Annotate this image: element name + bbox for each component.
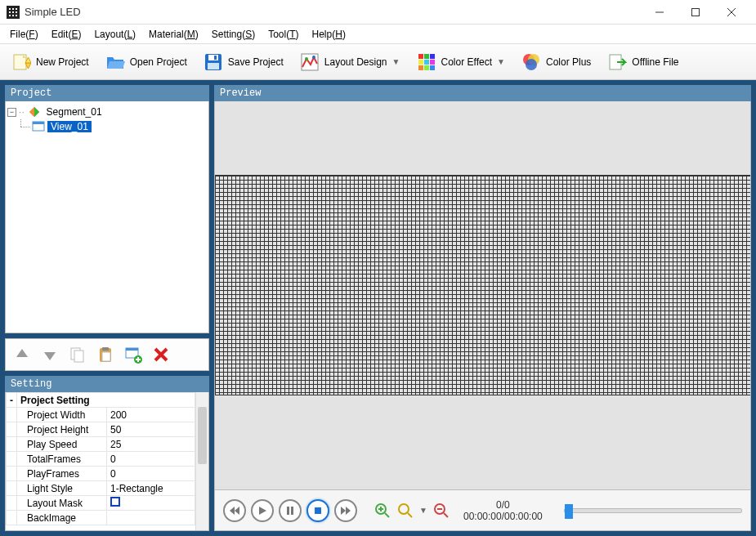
tree-label-view: View_01	[47, 121, 92, 132]
title-bar: Simple LED	[0, 0, 756, 25]
layout-design-button[interactable]: Layout Design ▼	[293, 49, 407, 75]
dropdown-arrow-icon[interactable]: ▼	[497, 57, 505, 66]
project-panel: Project − ·· Segment_01 View_01	[5, 85, 209, 333]
menu-edit[interactable]: Edit(E)	[45, 29, 88, 40]
save-project-button[interactable]: Save Project	[197, 49, 290, 75]
color-effect-label: Color Effect	[441, 56, 492, 68]
property-grid: -Project Setting Project Width200 Projec…	[5, 392, 209, 531]
prop-key: PlayFrames	[17, 467, 107, 481]
prop-value[interactable]: 0	[107, 452, 195, 467]
svg-marker-54	[235, 507, 239, 515]
stop-button[interactable]	[306, 499, 329, 522]
timeline-slider[interactable]	[564, 508, 742, 513]
zoom-in-button[interactable]	[374, 502, 391, 520]
new-project-label: New Project	[36, 56, 89, 68]
prop-key: TotalFrames	[17, 452, 107, 467]
add-view-button[interactable]	[122, 343, 145, 366]
delete-button[interactable]	[150, 343, 172, 366]
svg-rect-8	[12, 15, 14, 16]
prop-key: Light Style	[17, 481, 107, 496]
zoom-dropdown[interactable]: ▼	[419, 506, 427, 515]
frame-info: 0/0 00:00:00/00:00:00	[463, 499, 543, 522]
app-icon	[7, 6, 20, 19]
project-toolbar	[5, 338, 209, 371]
menu-material[interactable]: Material(M)	[142, 29, 205, 40]
forward-button[interactable]	[334, 499, 357, 522]
new-project-button[interactable]: New Project	[5, 49, 96, 75]
prop-value[interactable]: 25	[107, 437, 195, 452]
prop-value[interactable]: 50	[107, 422, 195, 437]
menu-layout[interactable]: Layout(L)	[87, 29, 142, 40]
view-icon	[32, 120, 45, 133]
svg-rect-32	[424, 65, 429, 70]
svg-rect-48	[102, 347, 109, 351]
menu-help[interactable]: Help(H)	[306, 29, 352, 40]
svg-point-65	[399, 504, 409, 514]
tree-item-view[interactable]: View_01	[7, 119, 207, 134]
window-title: Simple LED	[25, 6, 642, 18]
svg-rect-28	[418, 60, 423, 65]
setting-panel-header: Setting	[5, 376, 209, 392]
tree-connector: ··	[19, 108, 25, 117]
svg-rect-11	[692, 8, 700, 16]
svg-point-36	[526, 59, 537, 70]
menu-file[interactable]: File(F)	[3, 29, 45, 40]
play-button[interactable]	[251, 499, 274, 522]
svg-rect-7	[9, 15, 11, 16]
move-up-button[interactable]	[11, 343, 34, 366]
prop-key: Project Height	[17, 422, 107, 437]
svg-point-24	[312, 56, 315, 59]
tree-item-segment[interactable]: − ·· Segment_01	[7, 105, 207, 119]
preview-panel: Preview	[214, 85, 751, 490]
property-scrollbar[interactable]	[195, 392, 208, 530]
zoom-current-button[interactable]	[396, 502, 414, 520]
menu-tool[interactable]: Tool(T)	[262, 29, 305, 40]
prop-value-mask[interactable]	[107, 496, 195, 511]
prop-key: Play Speed	[17, 437, 107, 452]
open-project-label: Open Project	[130, 56, 187, 68]
svg-rect-57	[291, 507, 293, 515]
section-toggle[interactable]: -	[7, 393, 17, 408]
svg-marker-60	[346, 507, 351, 515]
color-effect-button[interactable]: Color Effect ▼	[410, 49, 512, 75]
prop-value[interactable]	[107, 511, 195, 525]
new-project-icon	[11, 52, 31, 72]
svg-rect-20	[214, 56, 217, 60]
copy-button[interactable]	[66, 343, 89, 366]
prop-value[interactable]: 0	[107, 467, 195, 481]
scrollbar-thumb[interactable]	[198, 407, 207, 464]
slider-thumb[interactable]	[565, 504, 573, 519]
preview-canvas[interactable]	[214, 101, 751, 490]
pause-button[interactable]	[279, 499, 302, 522]
prop-value[interactable]: 1-Rectangle	[107, 481, 195, 496]
svg-line-66	[408, 513, 412, 517]
move-down-button[interactable]	[38, 343, 61, 366]
svg-point-23	[305, 57, 308, 60]
svg-rect-26	[424, 54, 429, 59]
maximize-button[interactable]	[678, 0, 714, 25]
svg-rect-30	[430, 60, 435, 65]
svg-line-68	[444, 513, 448, 517]
paste-button[interactable]	[94, 343, 117, 366]
tree-label-segment: Segment_01	[43, 106, 105, 118]
minimize-button[interactable]	[642, 0, 678, 25]
open-project-button[interactable]: Open Project	[99, 49, 194, 75]
project-tree: − ·· Segment_01 View_01	[5, 101, 209, 333]
tree-collapse-icon[interactable]: −	[7, 108, 16, 117]
layout-design-label: Layout Design	[324, 56, 387, 68]
svg-rect-42	[33, 122, 44, 124]
svg-rect-9	[16, 15, 17, 16]
close-button[interactable]	[714, 0, 749, 25]
color-plus-button[interactable]: Color Plus	[515, 49, 597, 75]
svg-rect-46	[74, 351, 83, 362]
zoom-out-button[interactable]	[432, 502, 450, 520]
svg-line-62	[385, 513, 389, 517]
preview-padding-bottom	[215, 395, 750, 489]
dropdown-arrow-icon[interactable]: ▼	[392, 57, 400, 66]
svg-rect-51	[126, 348, 138, 351]
offline-file-button[interactable]: Offline File	[601, 49, 685, 75]
rewind-button[interactable]	[223, 499, 246, 522]
menu-setting[interactable]: Setting(S)	[205, 29, 262, 40]
color-plus-icon	[521, 52, 541, 72]
prop-value[interactable]: 200	[107, 408, 195, 422]
